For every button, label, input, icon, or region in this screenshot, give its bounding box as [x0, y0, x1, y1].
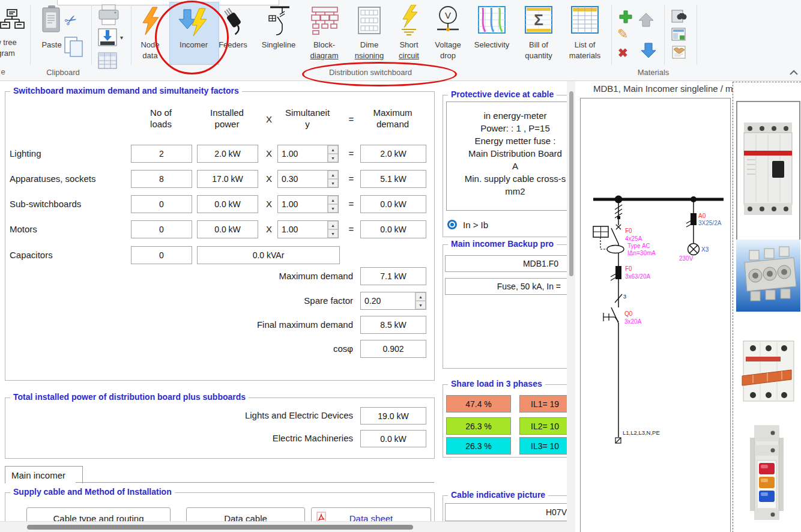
power-field[interactable]: 2.0 kW — [197, 145, 258, 163]
multiply-sign: X — [264, 148, 274, 159]
voltage-drop-icon[interactable]: V — [435, 5, 461, 38]
bill-of-quantity-label-2: quantity — [521, 50, 557, 61]
supply-cable-group-title: Supply cable and Method of Installation — [10, 487, 175, 497]
cable-type-field[interactable]: H07V — [445, 503, 567, 521]
node-data-label-1: Node — [136, 40, 165, 50]
loads-field[interactable]: 0 — [131, 246, 192, 264]
paste-button-label: Paste — [36, 40, 67, 50]
loads-field[interactable]: 0 — [131, 220, 192, 238]
material-picture-switch-disconnector[interactable] — [736, 334, 800, 408]
loads-field[interactable]: 2 — [131, 145, 192, 163]
backup-protection-title: Main incomer Backup pro — [448, 239, 557, 249]
delete-material-icon[interactable]: ✖ — [618, 47, 628, 59]
simultaneity-spinner[interactable]: 1.00 ▲▼ — [277, 220, 339, 238]
material-picture-rcd[interactable] — [736, 101, 800, 241]
simultaneity-spinner[interactable]: 0.30 ▲▼ — [277, 170, 339, 188]
material-picture-fuse-holder[interactable] — [736, 240, 800, 312]
short-circuit-icon[interactable] — [397, 5, 421, 38]
equals-sign: = — [347, 199, 355, 209]
spare-factor-spinner[interactable]: 0.20 ▲▼ — [360, 292, 426, 310]
ribbon-divider — [131, 5, 131, 65]
edit-material-icon[interactable]: ✎ — [617, 28, 628, 41]
f0a-name-label: F0 — [625, 228, 632, 234]
simultaneity-spinner[interactable]: 1.00 ▲▼ — [277, 195, 339, 213]
collapse-ribbon-icon[interactable] — [789, 67, 799, 78]
row-label: Capacitors — [10, 246, 124, 263]
col-header-multiply: X — [264, 114, 274, 124]
protective-device-groupbox: Protective device at cable in energy-met… — [443, 95, 567, 237]
in-gt-ib-radio[interactable] — [447, 220, 457, 229]
svg-text:Σ: Σ — [534, 11, 543, 29]
material-picture-indicator-light[interactable] — [739, 421, 794, 524]
phase1-current: IL1= 19 — [519, 395, 567, 413]
spin-up-icon[interactable]: ▲ — [328, 145, 338, 154]
vertical-scrollbar[interactable] — [567, 81, 575, 532]
cos-phi-label: cosφ — [180, 340, 353, 357]
horizontal-scrollbar-thumb[interactable] — [27, 525, 413, 530]
ribbon-divider — [611, 5, 612, 65]
tree-diagram-icon[interactable] — [0, 8, 25, 40]
spin-up-icon[interactable]: ▲ — [328, 221, 338, 229]
backup-device-field[interactable]: MDB1.F0 — [445, 255, 567, 272]
a0-name-label: A0 — [698, 213, 706, 219]
demand-field: 5.1 kW — [360, 170, 426, 188]
simultaneity-spinner[interactable]: 1.00 ▲▼ — [277, 145, 339, 163]
list-of-materials-icon[interactable] — [571, 6, 599, 36]
order-material-icon[interactable] — [671, 46, 687, 61]
power-field[interactable]: 0.0 kW — [197, 195, 258, 213]
block-diagram-icon[interactable] — [310, 6, 340, 37]
print-icon[interactable] — [97, 4, 120, 28]
spin-up-icon[interactable]: ▲ — [328, 171, 338, 179]
phase1-percent: 47.4 % — [446, 395, 511, 413]
demand-field: 2.0 kW — [360, 145, 426, 163]
paste-button[interactable] — [40, 5, 62, 37]
spin-down-icon[interactable]: ▼ — [328, 229, 338, 238]
spin-down-icon[interactable]: ▼ — [416, 301, 426, 309]
spin-down-icon[interactable]: ▼ — [328, 204, 338, 213]
save-material-icon[interactable] — [671, 28, 687, 43]
final-demand-field: 8.5 kW — [360, 316, 426, 334]
dimensioning-icon[interactable] — [357, 6, 381, 37]
phase2-current: IL2= 10 — [519, 417, 567, 435]
move-down-icon[interactable] — [640, 42, 657, 61]
lamp-voltage-label: 230V — [679, 255, 694, 262]
power-field[interactable]: 17.0 kW — [197, 170, 258, 188]
vertical-scrollbar-thumb[interactable] — [569, 91, 573, 276]
spin-up-icon[interactable]: ▲ — [328, 196, 338, 204]
lights-devices-label: Lights and Electric Devices — [180, 407, 353, 423]
selectivity-icon[interactable] — [478, 6, 506, 36]
bill-of-quantity-icon[interactable]: Σ — [525, 6, 552, 36]
move-up-icon[interactable] — [638, 12, 654, 30]
phase3-percent: 26.3 % — [446, 437, 511, 455]
spin-down-icon[interactable]: ▼ — [328, 179, 338, 187]
singleline-diagram: F0 4x25A Type AC IΔn=30mA F0 3x63/20A 3 … — [581, 98, 729, 531]
tab-main-incomer[interactable]: Main incomer — [5, 466, 83, 483]
distribution-switchboard-group-label: Distribution switchboard — [310, 68, 431, 77]
row-label: Sub-switchboards — [10, 195, 124, 212]
singleline-icon[interactable] — [267, 4, 293, 40]
spin-down-icon[interactable]: ▼ — [328, 154, 338, 162]
horizontal-scrollbar[interactable] — [0, 521, 567, 532]
short-circuit-label-1: Short — [393, 40, 425, 50]
add-material-icon[interactable] — [618, 10, 633, 26]
power-field[interactable]: 0.0 kW — [197, 220, 258, 238]
loads-field[interactable]: 0 — [131, 195, 192, 213]
table-tool-icon[interactable] — [97, 50, 118, 73]
poles-label: 3 — [623, 294, 626, 300]
ribbon-toolbar: w tree gram e Paste ✂ Clipboard — [0, 0, 801, 81]
import-dropdown-caret-icon[interactable]: ▾ — [120, 35, 123, 41]
cut-icon[interactable]: ✂ — [62, 11, 79, 30]
import-icon[interactable] — [97, 28, 118, 49]
backup-fuse-field[interactable]: Fuse, 50 kA, In = — [445, 278, 567, 295]
max-demand-label: Maximum demand — [180, 267, 353, 284]
feeders-icon[interactable] — [220, 6, 247, 38]
f0b-name-label: F0 — [625, 265, 632, 272]
incomer-icon[interactable] — [175, 7, 209, 40]
node-data-icon[interactable] — [139, 6, 161, 38]
final-demand-label: Final maximum demand — [180, 316, 353, 333]
copy-icon[interactable] — [64, 36, 85, 60]
find-material-icon[interactable] — [671, 10, 687, 25]
row-label: Motors — [10, 220, 124, 237]
loads-field[interactable]: 8 — [131, 170, 192, 188]
spin-up-icon[interactable]: ▲ — [416, 292, 426, 301]
